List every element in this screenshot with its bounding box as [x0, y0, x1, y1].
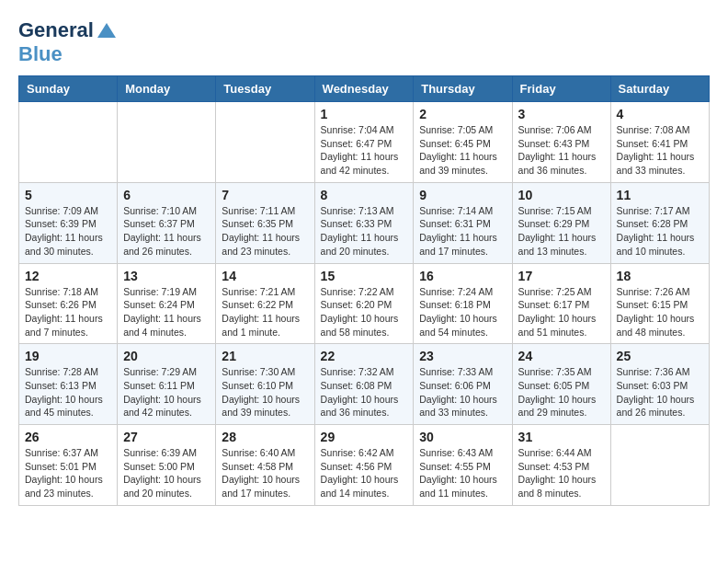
day-number: 17	[518, 269, 605, 283]
day-number: 11	[617, 188, 703, 202]
day-number: 16	[419, 269, 506, 283]
calendar-header-row: SundayMondayTuesdayWednesdayThursdayFrid…	[19, 76, 710, 102]
day-number: 1	[321, 107, 408, 121]
day-number: 21	[222, 349, 308, 363]
day-info: Sunrise: 6:39 AM Sunset: 5:00 PM Dayligh…	[123, 446, 210, 500]
day-number: 6	[123, 188, 210, 202]
day-info: Sunrise: 7:13 AM Sunset: 6:33 PM Dayligh…	[321, 204, 408, 259]
calendar-cell: 5Sunrise: 7:09 AM Sunset: 6:39 PM Daylig…	[19, 182, 118, 263]
page-header: General Blue	[18, 18, 710, 66]
column-header-friday: Friday	[512, 76, 610, 102]
calendar-cell: 22Sunrise: 7:32 AM Sunset: 6:08 PM Dayli…	[314, 344, 414, 425]
calendar-cell: 31Sunrise: 6:44 AM Sunset: 4:53 PM Dayli…	[512, 425, 610, 506]
calendar-cell: 21Sunrise: 7:30 AM Sunset: 6:10 PM Dayli…	[216, 344, 314, 425]
day-info: Sunrise: 7:04 AM Sunset: 6:47 PM Dayligh…	[321, 123, 408, 178]
calendar-cell: 23Sunrise: 7:33 AM Sunset: 6:06 PM Dayli…	[414, 344, 512, 425]
calendar-cell: 16Sunrise: 7:24 AM Sunset: 6:18 PM Dayli…	[414, 263, 512, 344]
calendar-cell: 28Sunrise: 6:40 AM Sunset: 4:58 PM Dayli…	[216, 425, 314, 506]
day-info: Sunrise: 7:29 AM Sunset: 6:11 PM Dayligh…	[123, 365, 210, 419]
calendar-cell: 17Sunrise: 7:25 AM Sunset: 6:17 PM Dayli…	[512, 263, 610, 344]
day-info: Sunrise: 7:18 AM Sunset: 6:26 PM Dayligh…	[25, 285, 111, 339]
calendar-cell	[19, 102, 118, 183]
calendar-cell: 18Sunrise: 7:26 AM Sunset: 6:15 PM Dayli…	[610, 263, 709, 344]
day-number: 23	[419, 349, 506, 363]
column-header-saturday: Saturday	[610, 76, 709, 102]
day-number: 26	[25, 430, 111, 444]
day-info: Sunrise: 7:25 AM Sunset: 6:17 PM Dayligh…	[518, 285, 605, 339]
day-info: Sunrise: 7:10 AM Sunset: 6:37 PM Dayligh…	[123, 204, 210, 259]
day-info: Sunrise: 7:22 AM Sunset: 6:20 PM Dayligh…	[321, 285, 408, 339]
calendar-cell: 24Sunrise: 7:35 AM Sunset: 6:05 PM Dayli…	[512, 344, 610, 425]
day-number: 10	[518, 188, 605, 202]
calendar-cell: 25Sunrise: 7:36 AM Sunset: 6:03 PM Dayli…	[610, 344, 709, 425]
day-info: Sunrise: 7:33 AM Sunset: 6:06 PM Dayligh…	[419, 365, 506, 419]
day-info: Sunrise: 6:40 AM Sunset: 4:58 PM Dayligh…	[222, 446, 308, 500]
day-number: 28	[222, 430, 308, 444]
calendar-cell: 15Sunrise: 7:22 AM Sunset: 6:20 PM Dayli…	[314, 263, 414, 344]
calendar-cell: 26Sunrise: 6:37 AM Sunset: 5:01 PM Dayli…	[19, 425, 118, 506]
calendar-cell: 13Sunrise: 7:19 AM Sunset: 6:24 PM Dayli…	[118, 263, 216, 344]
day-number: 8	[321, 188, 408, 202]
day-number: 12	[25, 269, 111, 283]
calendar-week-row: 5Sunrise: 7:09 AM Sunset: 6:39 PM Daylig…	[19, 182, 710, 263]
day-number: 31	[518, 430, 605, 444]
day-number: 13	[123, 269, 210, 283]
logo-blue: Blue	[18, 42, 63, 66]
calendar-cell: 1Sunrise: 7:04 AM Sunset: 6:47 PM Daylig…	[314, 102, 414, 183]
day-number: 30	[419, 430, 506, 444]
day-info: Sunrise: 7:11 AM Sunset: 6:35 PM Dayligh…	[222, 204, 308, 259]
day-number: 27	[123, 430, 210, 444]
day-number: 4	[617, 107, 703, 121]
column-header-thursday: Thursday	[414, 76, 512, 102]
calendar-cell: 29Sunrise: 6:42 AM Sunset: 4:56 PM Dayli…	[314, 425, 414, 506]
calendar-cell	[216, 102, 314, 183]
day-info: Sunrise: 6:42 AM Sunset: 4:56 PM Dayligh…	[321, 446, 408, 500]
svg-marker-0	[97, 23, 116, 38]
day-info: Sunrise: 7:26 AM Sunset: 6:15 PM Dayligh…	[617, 285, 703, 339]
calendar-cell: 4Sunrise: 7:08 AM Sunset: 6:41 PM Daylig…	[610, 102, 709, 183]
day-number: 5	[25, 188, 111, 202]
calendar-week-row: 19Sunrise: 7:28 AM Sunset: 6:13 PM Dayli…	[19, 344, 710, 425]
calendar-cell: 20Sunrise: 7:29 AM Sunset: 6:11 PM Dayli…	[118, 344, 216, 425]
day-number: 3	[518, 107, 605, 121]
calendar-cell: 30Sunrise: 6:43 AM Sunset: 4:55 PM Dayli…	[414, 425, 512, 506]
day-info: Sunrise: 6:44 AM Sunset: 4:53 PM Dayligh…	[518, 446, 605, 500]
day-number: 15	[321, 269, 408, 283]
day-number: 9	[419, 188, 506, 202]
calendar-cell: 27Sunrise: 6:39 AM Sunset: 5:00 PM Dayli…	[118, 425, 216, 506]
day-info: Sunrise: 7:06 AM Sunset: 6:43 PM Dayligh…	[518, 123, 605, 178]
day-info: Sunrise: 7:05 AM Sunset: 6:45 PM Dayligh…	[419, 123, 506, 178]
calendar-cell	[610, 425, 709, 506]
day-info: Sunrise: 7:09 AM Sunset: 6:39 PM Dayligh…	[25, 204, 111, 259]
calendar-cell: 7Sunrise: 7:11 AM Sunset: 6:35 PM Daylig…	[216, 182, 314, 263]
calendar-week-row: 1Sunrise: 7:04 AM Sunset: 6:47 PM Daylig…	[19, 102, 710, 183]
day-number: 2	[419, 107, 506, 121]
day-number: 22	[321, 349, 408, 363]
day-info: Sunrise: 6:43 AM Sunset: 4:55 PM Dayligh…	[419, 446, 506, 500]
day-info: Sunrise: 7:28 AM Sunset: 6:13 PM Dayligh…	[25, 365, 111, 419]
calendar-cell: 3Sunrise: 7:06 AM Sunset: 6:43 PM Daylig…	[512, 102, 610, 183]
logo: General Blue	[18, 18, 116, 66]
calendar-cell	[118, 102, 216, 183]
calendar-week-row: 26Sunrise: 6:37 AM Sunset: 5:01 PM Dayli…	[19, 425, 710, 506]
day-info: Sunrise: 7:08 AM Sunset: 6:41 PM Dayligh…	[617, 123, 703, 178]
column-header-monday: Monday	[118, 76, 216, 102]
day-number: 29	[321, 430, 408, 444]
calendar-cell: 2Sunrise: 7:05 AM Sunset: 6:45 PM Daylig…	[414, 102, 512, 183]
day-info: Sunrise: 7:21 AM Sunset: 6:22 PM Dayligh…	[222, 285, 308, 339]
calendar-cell: 12Sunrise: 7:18 AM Sunset: 6:26 PM Dayli…	[19, 263, 118, 344]
calendar-cell: 10Sunrise: 7:15 AM Sunset: 6:29 PM Dayli…	[512, 182, 610, 263]
day-number: 20	[123, 349, 210, 363]
day-number: 25	[617, 349, 703, 363]
calendar-cell: 11Sunrise: 7:17 AM Sunset: 6:28 PM Dayli…	[610, 182, 709, 263]
day-info: Sunrise: 7:32 AM Sunset: 6:08 PM Dayligh…	[321, 365, 408, 419]
column-header-tuesday: Tuesday	[216, 76, 314, 102]
day-number: 24	[518, 349, 605, 363]
day-number: 14	[222, 269, 308, 283]
calendar-week-row: 12Sunrise: 7:18 AM Sunset: 6:26 PM Dayli…	[19, 263, 710, 344]
day-number: 19	[25, 349, 111, 363]
column-header-sunday: Sunday	[19, 76, 118, 102]
day-number: 7	[222, 188, 308, 202]
calendar-cell: 6Sunrise: 7:10 AM Sunset: 6:37 PM Daylig…	[118, 182, 216, 263]
day-number: 18	[617, 269, 703, 283]
